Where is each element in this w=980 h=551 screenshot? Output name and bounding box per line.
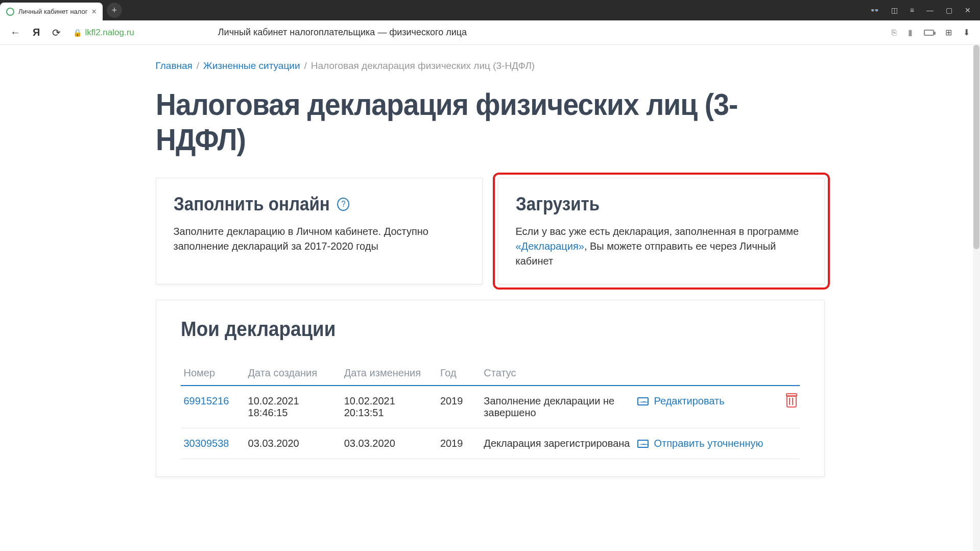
page-content: Главная / Жизненные ситуации / Налоговая…	[156, 45, 825, 492]
close-tab-icon[interactable]: ×	[92, 7, 97, 16]
card-upload-desc-pre: Если у вас уже есть декларация, заполнен…	[516, 226, 799, 237]
url-text: lkfl2.nalog.ru	[85, 28, 134, 38]
yandex-icon[interactable]: Я	[33, 27, 40, 38]
breadcrumb-home[interactable]: Главная	[156, 60, 193, 71]
cell-status: Декларация зарегистрирована	[481, 428, 634, 459]
col-status: Статус	[481, 361, 634, 386]
table-row: 30309538 03.03.2020 03.03.2020 2019 Декл…	[181, 428, 800, 459]
page-heading: Налоговая декларация физических лиц (3-Н…	[156, 87, 771, 157]
breadcrumb-situations[interactable]: Жизненные ситуации	[203, 60, 300, 71]
declaration-number-link[interactable]: 69915216	[184, 395, 229, 406]
extensions-icon[interactable]: ⊞	[945, 28, 952, 37]
breadcrumb: Главная / Жизненные ситуации / Налоговая…	[156, 60, 825, 71]
download-icon[interactable]: ⬇	[963, 28, 970, 37]
scrollbar-thumb[interactable]	[973, 45, 979, 249]
back-icon[interactable]: ←	[10, 27, 20, 38]
breadcrumb-sep: /	[304, 60, 307, 71]
table-row: 69915216 10.02.2021 18:46:15 10.02.2021 …	[181, 386, 800, 428]
scrollbar-track[interactable]	[973, 45, 980, 551]
col-action	[634, 361, 771, 386]
card-fill-title-text: Заполнить онлайн	[174, 194, 330, 215]
table-header-row: Номер Дата создания Дата изменения Год С…	[181, 361, 800, 386]
close-window-icon[interactable]: ✕	[965, 6, 971, 14]
card-upload-desc: Если у вас уже есть декларация, заполнен…	[516, 224, 807, 269]
maximize-icon[interactable]: ▢	[946, 6, 952, 14]
declaration-program-link[interactable]: «Декларация»	[516, 241, 584, 252]
cell-modified: 10.02.2021 20:13:51	[341, 386, 437, 428]
cell-created: 03.03.2020	[245, 428, 341, 459]
battery-icon	[924, 30, 934, 36]
card-fill-desc: Заполните декларацию в Личном кабинете. …	[174, 224, 465, 254]
trash-icon[interactable]	[786, 395, 797, 408]
send-updated-link[interactable]: Отправить уточненную	[637, 438, 768, 449]
col-modified: Дата изменения	[341, 361, 437, 386]
action-cards: Заполнить онлайн ? Заполните декларацию …	[156, 178, 825, 284]
cell-year: 2019	[437, 386, 481, 428]
breadcrumb-current: Налоговая декларация физических лиц (3-Н…	[311, 60, 535, 71]
reading-list-icon[interactable]: ◫	[891, 6, 898, 14]
translate-icon[interactable]: ⎘	[892, 28, 897, 37]
mail-icon	[637, 397, 649, 405]
cell-created: 10.02.2021 18:46:15	[245, 386, 341, 428]
col-created: Дата создания	[245, 361, 341, 386]
window-controls: 👓 ◫ ≡ — ▢ ✕	[870, 6, 980, 14]
favicon-icon	[6, 8, 14, 16]
action-label: Редактировать	[654, 395, 724, 407]
action-label: Отправить уточненную	[654, 438, 763, 449]
card-upload-title: Загрузить	[516, 194, 783, 215]
content-wrapper: Главная / Жизненные ситуации / Налоговая…	[0, 45, 980, 551]
browser-tab[interactable]: Личный кабинет налог ×	[0, 3, 103, 20]
cell-year: 2019	[437, 428, 481, 459]
cell-modified: 03.03.2020	[341, 428, 437, 459]
incognito-icon[interactable]: 👓	[870, 6, 879, 14]
card-upload[interactable]: Загрузить Если у вас уже есть декларация…	[498, 178, 825, 284]
menu-icon[interactable]: ≡	[910, 6, 914, 14]
my-declarations-section: Мои декларации Номер Дата создания Дата …	[156, 300, 825, 477]
declarations-table: Номер Дата создания Дата изменения Год С…	[181, 361, 800, 459]
minimize-icon[interactable]: —	[926, 6, 934, 14]
declaration-number-link[interactable]: 30309538	[184, 438, 229, 449]
cell-status: Заполнение декларации не завершено	[481, 386, 634, 428]
card-fill-title: Заполнить онлайн ?	[174, 194, 441, 215]
browser-titlebar: Личный кабинет налог × + 👓 ◫ ≡ — ▢ ✕	[0, 0, 980, 20]
breadcrumb-sep: /	[197, 60, 199, 71]
new-tab-button[interactable]: +	[107, 3, 122, 18]
col-number: Номер	[181, 361, 245, 386]
mail-icon	[637, 440, 649, 448]
page-title: Личный кабинет налогоплательщика — физич…	[218, 27, 467, 38]
card-fill-online[interactable]: Заполнить онлайн ? Заполните декларацию …	[156, 178, 483, 284]
reload-icon[interactable]: ⟳	[52, 27, 61, 39]
declarations-heading: Мои декларации	[181, 318, 750, 341]
tab-strip: Личный кабинет налог × +	[0, 0, 122, 20]
toolbar-right: ⎘ ▮ ⊞ ⬇	[892, 28, 970, 37]
col-delete	[771, 361, 799, 386]
url-display[interactable]: 🔒 lkfl2.nalog.ru	[73, 28, 134, 38]
address-bar: ← Я ⟳ 🔒 lkfl2.nalog.ru Личный кабинет на…	[0, 20, 980, 45]
lock-icon: 🔒	[73, 29, 82, 37]
tab-title: Личный кабинет налог	[18, 8, 88, 15]
edit-declaration-link[interactable]: Редактировать	[637, 395, 768, 407]
help-icon[interactable]: ?	[337, 198, 349, 211]
bookmark-icon[interactable]: ▮	[908, 28, 913, 37]
col-year: Год	[437, 361, 481, 386]
